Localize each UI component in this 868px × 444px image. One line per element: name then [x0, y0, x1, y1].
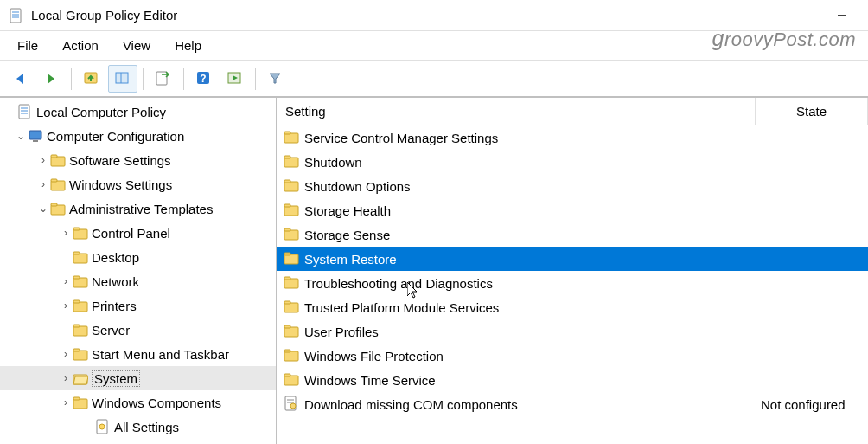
window-title: Local Group Policy Editor: [31, 8, 177, 23]
setting-label: Windows Time Service: [304, 373, 436, 388]
folder-icon: [284, 323, 299, 341]
export-button[interactable]: [149, 65, 178, 93]
list-row[interactable]: Shutdown Options: [277, 174, 868, 198]
forward-button[interactable]: [36, 65, 66, 93]
tree-item[interactable]: ›Network: [0, 269, 276, 293]
folder-icon: [284, 177, 299, 196]
list-row[interactable]: Windows Time Service: [277, 368, 868, 392]
setting-label: Storage Sense: [304, 228, 390, 242]
help-button[interactable]: [189, 65, 219, 93]
tree-item-label: Software Settings: [69, 153, 171, 168]
list-header: Setting State: [277, 98, 868, 125]
menu-view[interactable]: View: [111, 33, 163, 58]
folder-icon: [284, 299, 299, 317]
tree-item[interactable]: Server: [0, 318, 276, 342]
show-pane-button[interactable]: [108, 65, 137, 93]
expand-icon[interactable]: ›: [36, 178, 50, 190]
expand-icon[interactable]: ›: [59, 396, 73, 409]
expand-icon[interactable]: ⌄: [36, 203, 50, 215]
menu-help[interactable]: Help: [163, 33, 214, 58]
column-state[interactable]: State: [756, 98, 868, 125]
folder-icon: [284, 202, 299, 220]
setting-label: System Restore: [304, 252, 397, 267]
list-row[interactable]: System Restore: [277, 247, 868, 271]
tree-item[interactable]: ›Printers: [0, 293, 276, 318]
tree-item[interactable]: Desktop: [0, 245, 276, 269]
tree-item-label: Windows Settings: [69, 177, 172, 192]
folder-icon: [284, 371, 299, 389]
tree-item[interactable]: ›Control Panel: [0, 221, 276, 245]
tree-item[interactable]: ›Start Menu and Taskbar: [0, 342, 276, 366]
list-pane[interactable]: Setting State Service Control Manager Se…: [277, 98, 868, 444]
list-row[interactable]: Download missing COM componentsNot confi…: [277, 392, 868, 416]
state-label: Not configured: [756, 397, 868, 412]
expand-icon[interactable]: ›: [59, 372, 73, 384]
tree-item[interactable]: ›Software Settings: [0, 148, 276, 172]
folder-icon: [50, 201, 66, 216]
tree-item-label: Local Computer Policy: [36, 105, 166, 119]
tree-item[interactable]: ⌄Computer Configuration: [0, 124, 276, 148]
list-row[interactable]: Troubleshooting and Diagnostics: [277, 271, 868, 295]
list-row[interactable]: Service Control Manager Settings: [277, 125, 868, 150]
expand-icon[interactable]: ›: [36, 154, 50, 166]
tree-pane[interactable]: Local Computer Policy⌄Computer Configura…: [0, 98, 277, 444]
folder-icon: [284, 347, 299, 365]
tree-item[interactable]: All Settings: [0, 415, 276, 439]
column-setting[interactable]: Setting: [277, 98, 756, 125]
tree-item-label: Computer Configuration: [47, 129, 184, 144]
tree-item[interactable]: Local Computer Policy: [0, 100, 276, 124]
setting-label: Storage Health: [304, 203, 391, 218]
list-row[interactable]: Trusted Platform Module Services: [277, 295, 868, 319]
setting-label: Service Control Manager Settings: [304, 131, 498, 145]
folder-icon: [73, 273, 88, 289]
folder-icon: [73, 225, 88, 241]
back-button[interactable]: [5, 65, 35, 93]
tree-item-label: Windows Components: [92, 396, 221, 410]
folder-icon: [50, 152, 66, 168]
tree-item[interactable]: ›Windows Settings: [0, 172, 276, 196]
tree-item-label: Administrative Templates: [69, 202, 213, 216]
list-row[interactable]: Shutdown: [277, 150, 868, 174]
list-row[interactable]: Storage Health: [277, 198, 868, 222]
pc-icon: [28, 128, 43, 144]
tree-item-label: Printers: [92, 299, 137, 313]
expand-icon[interactable]: ›: [59, 275, 73, 287]
tree-item-label: Network: [92, 274, 139, 289]
list-row[interactable]: Storage Sense: [277, 222, 868, 247]
minimize-button[interactable]: [825, 3, 859, 29]
menu-file[interactable]: File: [5, 33, 50, 58]
settings-icon: [95, 419, 111, 434]
tree-item[interactable]: ⌄Administrative Templates: [0, 196, 276, 221]
doc-icon: [17, 104, 33, 119]
expand-icon[interactable]: ›: [59, 348, 73, 360]
setting-label: Troubleshooting and Diagnostics: [304, 276, 493, 291]
tree-item[interactable]: ›System: [0, 366, 276, 390]
toolbar: [0, 61, 868, 97]
folder-icon: [284, 274, 299, 293]
expand-icon[interactable]: ›: [59, 299, 73, 312]
folder-icon: [284, 129, 299, 147]
tree-item[interactable]: ›Windows Components: [0, 390, 276, 415]
tree-item-label: Desktop: [92, 250, 139, 265]
expand-icon[interactable]: ›: [59, 227, 73, 239]
up-button[interactable]: [77, 65, 106, 93]
tree-item-label: Server: [92, 323, 130, 338]
expand-icon[interactable]: ⌄: [14, 130, 28, 142]
app-icon: [9, 8, 24, 23]
list-row[interactable]: User Profiles: [277, 319, 868, 344]
setting-label: Trusted Platform Module Services: [304, 300, 499, 315]
tree-item-label: All Settings: [114, 420, 179, 434]
folder-icon: [73, 395, 88, 410]
setting-label: User Profiles: [304, 325, 379, 339]
setting-label: Shutdown: [304, 155, 362, 170]
list-row[interactable]: Windows File Protection: [277, 344, 868, 368]
folder-open-icon: [73, 370, 88, 386]
menu-action[interactable]: Action: [50, 33, 111, 58]
action-button[interactable]: [220, 65, 250, 93]
setting-label: Windows File Protection: [304, 349, 444, 364]
tree-item-label: Control Panel: [92, 226, 170, 241]
folder-icon: [73, 249, 88, 265]
tree-item-label: System: [92, 370, 140, 387]
filter-button[interactable]: [261, 65, 290, 93]
folder-icon: [284, 153, 299, 171]
